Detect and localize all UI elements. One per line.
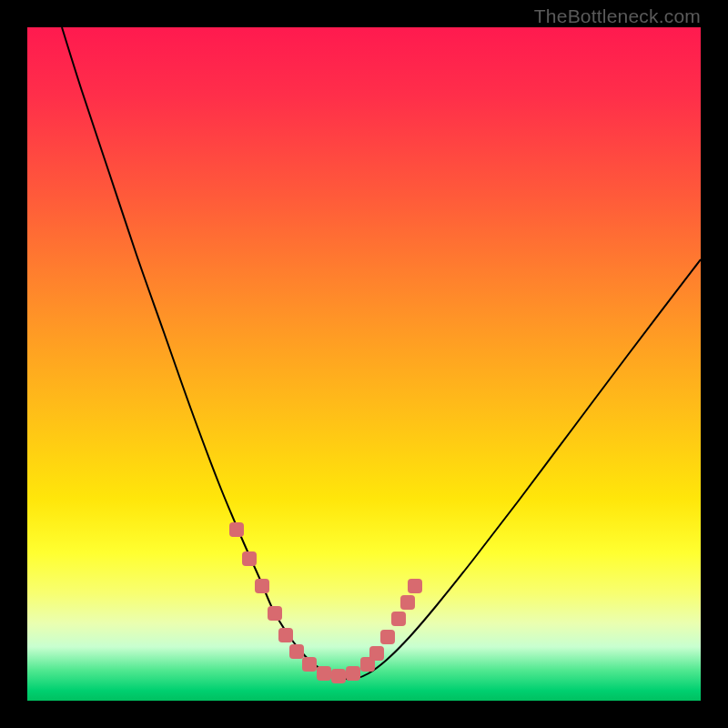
chart-svg [27,27,701,701]
curve-marker [400,595,415,610]
curve-marker [331,669,346,683]
bottleneck-curve [62,27,701,680]
watermark-text: TheBottleneck.com [534,5,701,27]
curve-marker [408,579,422,593]
curve-marker [229,522,244,537]
curve-marker [380,630,395,644]
curve-marker [369,646,384,661]
chart-frame [27,27,701,701]
curve-marker [317,666,331,681]
curve-marker [268,606,282,621]
marker-group [229,522,422,683]
curve-marker [255,579,269,593]
curve-marker [289,644,304,659]
curve-marker [302,657,317,672]
curve-marker [346,666,360,681]
curve-marker [242,551,257,566]
curve-marker [278,628,293,642]
curve-marker [391,612,406,626]
